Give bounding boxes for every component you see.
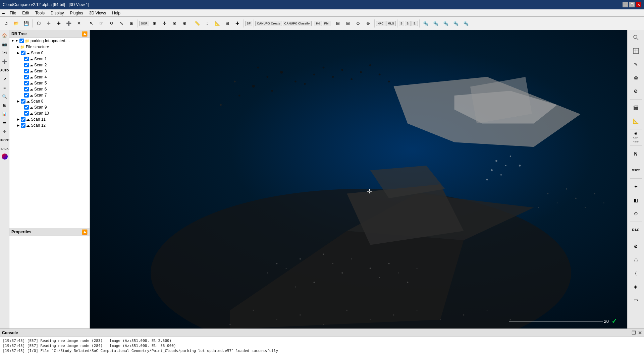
tb-open[interactable]: 📂 bbox=[11, 19, 21, 28]
right-icon-arrow[interactable]: ⟨ bbox=[630, 267, 642, 279]
tb-select[interactable]: ⬡ bbox=[34, 19, 43, 28]
tree-file-structure[interactable]: ▶ 📁 File structure bbox=[9, 44, 90, 50]
menu-tools[interactable]: Tools bbox=[33, 10, 47, 16]
root-checkbox[interactable] bbox=[19, 39, 24, 43]
s3-checkbox[interactable] bbox=[24, 69, 29, 73]
tree-scan-1[interactable]: ▶ ☁ Scan 1 bbox=[9, 56, 90, 62]
tree-scan-11[interactable]: ▶ ☁ Scan 11 bbox=[9, 116, 90, 122]
tb-save[interactable]: 💾 bbox=[21, 19, 31, 28]
properties-expand[interactable]: 🔼 bbox=[82, 229, 88, 235]
viewport[interactable]: ✛ 20 ✓ bbox=[90, 30, 627, 328]
left-icon-plus2[interactable]: ✛ bbox=[1, 127, 9, 135]
s0-toggle[interactable]: ▶ bbox=[16, 51, 20, 55]
console-controls[interactable]: ❐ ✕ bbox=[632, 330, 642, 336]
left-icon-camera[interactable]: 📷 bbox=[1, 40, 9, 48]
s8-toggle[interactable]: ▶ bbox=[16, 100, 20, 103]
tree-scan-8[interactable]: ▶ ☁ Scan 8 bbox=[9, 98, 90, 104]
right-icon-oval[interactable]: ◌ bbox=[630, 254, 642, 266]
right-icon-rect[interactable]: ▭ bbox=[630, 294, 642, 306]
tree-root[interactable]: ▼ ▼ 📁 parking-lot-updated.... bbox=[9, 38, 90, 44]
tb-scale[interactable]: ⤡ bbox=[117, 19, 126, 28]
left-icon-home[interactable]: 🏠 bbox=[1, 32, 9, 40]
tb-rotate[interactable]: ↻ bbox=[107, 19, 116, 28]
s10-checkbox[interactable] bbox=[24, 111, 29, 116]
tb-grid[interactable]: ⊞ bbox=[223, 19, 232, 28]
tree-scan-6[interactable]: ▶ ☁ Scan 6 bbox=[9, 86, 90, 92]
right-icon-diamond[interactable]: ◈ bbox=[630, 281, 642, 293]
tb-rp3[interactable]: 🔩 bbox=[441, 19, 450, 28]
right-icon-star[interactable]: ✦ bbox=[630, 181, 642, 193]
left-icon-layers[interactable]: ≡ bbox=[1, 84, 9, 92]
right-icon-search[interactable] bbox=[630, 32, 642, 44]
s0-checkbox[interactable] bbox=[21, 51, 25, 55]
tree-scan-5[interactable]: ▶ ☁ Scan 5 bbox=[9, 80, 90, 86]
s8-checkbox[interactable] bbox=[21, 99, 25, 104]
right-icon-edit[interactable]: ✎ bbox=[630, 58, 642, 70]
tb-plus2[interactable]: ⊕ bbox=[180, 19, 190, 28]
root-toggle[interactable]: ▼ bbox=[11, 39, 15, 43]
tb-box1[interactable]: ⊞ bbox=[333, 19, 343, 28]
tb-move[interactable]: ✛ bbox=[44, 19, 53, 28]
tb-add[interactable]: ➕ bbox=[64, 19, 73, 28]
right-icon-rag[interactable]: RAG bbox=[630, 224, 642, 236]
tb-rp2[interactable]: 🔩 bbox=[431, 19, 440, 28]
right-icon-m3c2[interactable]: M3C2 bbox=[630, 164, 642, 176]
tb-rp1[interactable]: 🔩 bbox=[421, 19, 430, 28]
s9-checkbox[interactable] bbox=[24, 105, 29, 110]
tb-measure[interactable]: 📏 bbox=[193, 19, 202, 28]
db-tree-close[interactable]: 🔼 bbox=[82, 31, 88, 37]
db-tree-content[interactable]: ▼ ▼ 📁 parking-lot-updated.... ▶ 📁 File s… bbox=[9, 38, 90, 228]
right-icon-dot[interactable]: ⊙ bbox=[630, 207, 642, 220]
tb-hand[interactable]: ☞ bbox=[97, 19, 106, 28]
tb-delete[interactable]: ✕ bbox=[74, 19, 84, 28]
right-icon-split[interactable]: ◧ bbox=[630, 194, 642, 206]
s6-checkbox[interactable] bbox=[24, 87, 29, 92]
right-icon-settings[interactable]: ⚙ bbox=[630, 85, 642, 97]
tb-rp4[interactable]: 🔩 bbox=[451, 19, 461, 28]
tree-scan-0[interactable]: ▶ ☁ Scan 0 bbox=[9, 50, 90, 56]
checkmark-icon[interactable]: ✓ bbox=[611, 317, 617, 325]
tb-updown[interactable]: ↕ bbox=[203, 19, 212, 28]
window-controls[interactable]: — ❐ ✕ bbox=[623, 2, 641, 7]
console-restore[interactable]: ❐ bbox=[632, 330, 636, 336]
tb-angle[interactable]: 📐 bbox=[213, 19, 222, 28]
tb-circle2[interactable]: ⊚ bbox=[364, 19, 373, 28]
s1-checkbox[interactable] bbox=[24, 57, 29, 61]
tb-cursor[interactable]: ↖ bbox=[87, 19, 96, 28]
root-toggle2[interactable]: ▼ bbox=[15, 39, 19, 43]
left-icon-list[interactable]: ☰ bbox=[1, 119, 9, 127]
right-icon-zoom-in[interactable] bbox=[630, 45, 642, 57]
s2-checkbox[interactable] bbox=[24, 63, 29, 67]
left-icon-auto[interactable]: AUTO bbox=[1, 66, 9, 74]
tree-scan-9[interactable]: ▶ ☁ Scan 9 bbox=[9, 104, 90, 110]
tb-normal[interactable]: ✛ bbox=[160, 19, 169, 28]
left-icon-zoom[interactable]: 🔍 bbox=[1, 93, 9, 101]
right-icon-film[interactable]: 🎬 bbox=[630, 102, 642, 114]
console-close[interactable]: ✕ bbox=[638, 330, 642, 336]
right-icon-n[interactable]: N bbox=[630, 148, 642, 160]
left-icon-table[interactable]: ⊞ bbox=[1, 101, 9, 109]
s5-checkbox[interactable] bbox=[24, 81, 29, 85]
s12-checkbox[interactable] bbox=[21, 123, 25, 128]
s11-toggle[interactable]: ▶ bbox=[16, 118, 20, 121]
left-icon-tag[interactable]: 1:1 bbox=[1, 49, 9, 57]
left-icon-front[interactable]: FRONT bbox=[1, 136, 9, 144]
s4-checkbox[interactable] bbox=[24, 75, 29, 79]
tree-scan-10[interactable]: ▶ ☁ Scan 10 bbox=[9, 110, 90, 116]
tb-cross2[interactable]: ⊗ bbox=[170, 19, 179, 28]
right-icon-target[interactable]: ◎ bbox=[630, 72, 642, 84]
minimize-button[interactable]: — bbox=[623, 2, 628, 7]
tb-sor-btn[interactable]: ⊕ bbox=[150, 19, 159, 28]
left-icon-back[interactable]: BACK bbox=[1, 145, 9, 153]
right-icon-csf[interactable]: ◉CSF Filter bbox=[630, 131, 642, 143]
right-icon-gear2[interactable]: ⚙ bbox=[630, 240, 642, 252]
menu-edit[interactable]: Edit bbox=[19, 10, 32, 16]
tb-rp5[interactable]: 🔩 bbox=[461, 19, 471, 28]
right-icon-ruler[interactable]: 📐 bbox=[630, 115, 642, 127]
menu-3dviews[interactable]: 3D Views bbox=[87, 10, 109, 16]
menu-display[interactable]: Display bbox=[48, 10, 66, 16]
maximize-button[interactable]: ❐ bbox=[629, 2, 635, 7]
tree-scan-2[interactable]: ▶ ☁ Scan 2 bbox=[9, 62, 90, 68]
menu-file[interactable]: File bbox=[7, 10, 19, 16]
tb-circle1[interactable]: ⊙ bbox=[354, 19, 363, 28]
